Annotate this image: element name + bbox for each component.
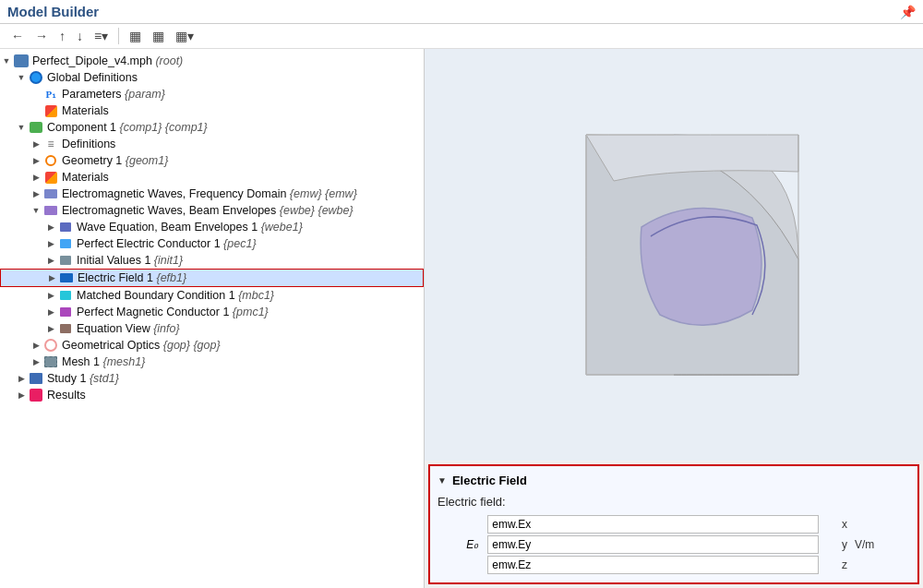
tree-arrow-root[interactable]: ▼ — [0, 56, 13, 66]
tree-arrow-pec[interactable]: ▶ — [44, 239, 57, 248]
tree-label-waveq: Wave Equation, Beam Envelopes 1 {webe1} — [77, 221, 303, 234]
tree-item-component1[interactable]: ▼Component 1 {comp1} {comp1} — [0, 119, 424, 136]
tree-item-mbc[interactable]: ▶Matched Boundary Condition 1 {mbc1} — [0, 287, 424, 304]
empty-label-2 — [438, 555, 484, 575]
tree-label-mesh1: Mesh 1 {mesh1} — [62, 355, 145, 368]
electric-field-properties: ▼ Electric Field Electric field: x E₀ y … — [428, 464, 919, 584]
tree-icon-materials-comp — [42, 170, 59, 185]
tree-item-pec[interactable]: ▶Perfect Electric Conductor 1 {pec1} — [0, 235, 424, 252]
tree-arrow-initval[interactable]: ▶ — [44, 256, 57, 265]
tree-arrow-elfield[interactable]: ▶ — [45, 273, 58, 282]
tree-item-study1[interactable]: ▶Study 1 {std1} — [0, 370, 424, 387]
tree-arrow-definitions[interactable]: ▶ — [30, 139, 42, 149]
tree-arrow-emwave[interactable]: ▶ — [30, 189, 42, 198]
tree-item-root[interactable]: ▼Perfect_Dipole_v4.mph (root) — [0, 53, 424, 69]
tree-arrow-pmc[interactable]: ▶ — [44, 307, 57, 317]
tree-item-initval[interactable]: ▶Initial Values 1 {init1} — [0, 252, 424, 269]
tree-label-pec: Perfect Electric Conductor 1 {pec1} — [77, 237, 257, 250]
tree-label-results: Results — [47, 389, 86, 402]
separator-1 — [118, 28, 119, 44]
tree-arrow-component1[interactable]: ▼ — [15, 123, 28, 132]
menu-button[interactable]: ≡▾ — [90, 27, 112, 45]
tree-item-emwave[interactable]: ▶Electromagnetic Waves, Frequency Domain… — [0, 186, 424, 202]
tree-label-materials-comp: Materials — [62, 171, 109, 184]
field-input-y[interactable] — [487, 535, 819, 554]
field-row-y: E₀ y V/m — [438, 534, 910, 555]
tree-label-initval: Initial Values 1 {init1} — [77, 254, 183, 267]
electric-field-label: Electric field: — [438, 495, 910, 509]
tree-icon-initval — [57, 253, 74, 268]
right-panel: ▼ Electric Field Electric field: x E₀ y … — [425, 49, 923, 588]
collapse-arrow-icon[interactable]: ▼ — [438, 475, 447, 486]
tree-icon-mesh1 — [42, 354, 59, 369]
tree-arrow-mesh1[interactable]: ▶ — [30, 357, 42, 366]
back-button[interactable]: ← — [7, 27, 28, 45]
tree-label-parameters: Parameters {param} — [62, 88, 165, 101]
field-input-cell-z — [484, 555, 822, 575]
view-button-2[interactable]: ▦ — [149, 27, 168, 45]
tree-arrow-geometry1[interactable]: ▶ — [30, 156, 42, 165]
tree-icon-pmc — [57, 305, 74, 319]
properties-title: Electric Field — [452, 474, 527, 487]
up-button[interactable]: ↑ — [55, 27, 69, 45]
forward-button[interactable]: → — [31, 27, 52, 45]
field-input-cell-y — [484, 534, 822, 555]
tree-item-elfield[interactable]: ▶Electric Field 1 {efb1} — [0, 269, 424, 287]
tree-icon-geometry1 — [42, 153, 59, 168]
tree-arrow-eqview[interactable]: ▶ — [44, 324, 57, 333]
panel-title: Model Builder — [7, 4, 99, 19]
empty-unit-0 — [851, 514, 910, 534]
tree-arrow-mbc[interactable]: ▶ — [44, 291, 57, 300]
title-bar: Model Builder 📌 — [0, 0, 923, 24]
3d-model-svg — [531, 116, 817, 393]
tree-label-root: Perfect_Dipole_v4.mph (root) — [32, 54, 183, 67]
main-area: ▼Perfect_Dipole_v4.mph (root)▼Global Def… — [0, 49, 923, 588]
field-row-x: x — [438, 514, 910, 534]
tree-label-pmc: Perfect Magnetic Conductor 1 {pmc1} — [77, 306, 269, 318]
tree-arrow-results[interactable]: ▶ — [15, 390, 28, 400]
tree-label-mbc: Matched Boundary Condition 1 {mbc1} — [77, 289, 274, 302]
down-button[interactable]: ↓ — [73, 27, 87, 45]
tree-label-gop: Geometrical Optics {gop} {gop} — [62, 339, 221, 352]
view-button-1[interactable]: ▦ — [126, 27, 145, 45]
tree-arrow-materials-comp[interactable]: ▶ — [30, 173, 42, 182]
properties-header: ▼ Electric Field — [438, 474, 910, 487]
field-row-z: z — [438, 555, 910, 575]
tree-icon-eqview — [57, 321, 74, 336]
tree-arrow-study1[interactable]: ▶ — [15, 374, 28, 383]
tree-label-component1: Component 1 {comp1} {comp1} — [47, 121, 208, 134]
tree-label-study1: Study 1 {std1} — [47, 372, 119, 385]
tree-item-global-def[interactable]: ▼Global Definitions — [0, 69, 424, 86]
3d-viewport[interactable] — [425, 49, 923, 461]
field-input-z[interactable] — [487, 556, 819, 574]
tree-arrow-gop[interactable]: ▶ — [30, 341, 42, 350]
view-button-3[interactable]: ▦▾ — [172, 27, 198, 45]
tree-icon-materials-global — [42, 103, 59, 118]
tree-item-eqview[interactable]: ▶Equation View {info} — [0, 320, 424, 337]
field-input-x[interactable] — [487, 515, 819, 534]
tree-label-geometry1: Geometry 1 {geom1} — [62, 154, 168, 167]
tree-item-geometry1[interactable]: ▶Geometry 1 {geom1} — [0, 152, 424, 169]
tree-icon-gop — [42, 338, 59, 353]
tree-arrow-waveq[interactable]: ▶ — [44, 222, 57, 232]
tree-item-definitions[interactable]: ▶≡Definitions — [0, 136, 424, 152]
tree-item-materials-global[interactable]: Materials — [0, 102, 424, 119]
tree-icon-results — [28, 388, 44, 402]
tree-item-parameters[interactable]: P₁Parameters {param} — [0, 86, 424, 102]
tree-item-gop[interactable]: ▶Geometrical Optics {gop} {gop} — [0, 337, 424, 354]
tree-item-materials-comp[interactable]: ▶Materials — [0, 169, 424, 186]
tree-arrow-embeam[interactable]: ▼ — [30, 206, 42, 215]
tree-item-waveq[interactable]: ▶Wave Equation, Beam Envelopes 1 {webe1} — [0, 219, 424, 235]
tree-label-eqview: Equation View {info} — [77, 322, 180, 335]
tree-icon-study1 — [28, 371, 44, 386]
tree-arrow-global-def[interactable]: ▼ — [15, 73, 28, 82]
tree-icon-definitions: ≡ — [42, 137, 59, 151]
tree-item-results[interactable]: ▶Results — [0, 387, 424, 403]
tree-item-pmc[interactable]: ▶Perfect Magnetic Conductor 1 {pmc1} — [0, 304, 424, 320]
tree-item-embeam[interactable]: ▼Electromagnetic Waves, Beam Envelopes {… — [0, 202, 424, 219]
tree-item-mesh1[interactable]: ▶Mesh 1 {mesh1} — [0, 354, 424, 370]
tree-icon-component1 — [28, 120, 44, 135]
tree-icon-embeam — [42, 203, 59, 218]
axis-label-x: x — [822, 514, 851, 534]
pin-icon[interactable]: 📌 — [900, 5, 916, 19]
